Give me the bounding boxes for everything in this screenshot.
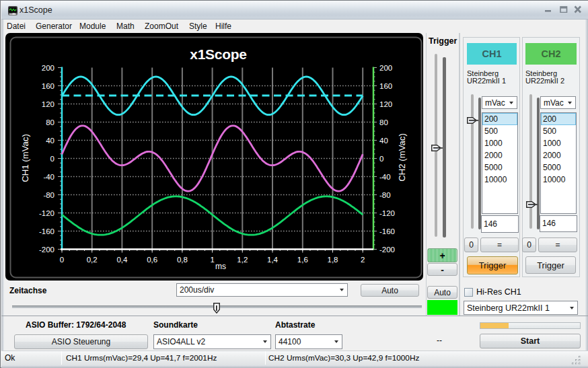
svg-text:x1Scope: x1Scope — [190, 46, 246, 62]
svg-text:-120: -120 — [39, 209, 54, 217]
svg-text:1,2: 1,2 — [237, 256, 248, 264]
svg-text:0: 0 — [60, 256, 64, 264]
svg-text:-80: -80 — [379, 191, 391, 199]
svg-text:40: 40 — [379, 137, 388, 145]
svg-text:-120: -120 — [379, 209, 395, 217]
svg-text:1,8: 1,8 — [328, 256, 338, 264]
svg-text:80: 80 — [379, 118, 388, 126]
svg-text:0: 0 — [50, 155, 54, 163]
svg-text:40: 40 — [46, 137, 54, 145]
svg-text:-40: -40 — [379, 173, 391, 181]
svg-text:120: 120 — [42, 100, 54, 108]
svg-text:0,6: 0,6 — [147, 256, 157, 264]
svg-text:ms: ms — [215, 262, 226, 271]
svg-text:-160: -160 — [379, 227, 395, 235]
svg-text:CH1 (mVac): CH1 (mVac) — [20, 134, 30, 182]
svg-text:2: 2 — [361, 256, 365, 264]
svg-text:120: 120 — [379, 100, 392, 108]
svg-text:80: 80 — [46, 118, 54, 126]
svg-text:0: 0 — [379, 155, 383, 163]
svg-text:1,6: 1,6 — [297, 256, 308, 264]
svg-text:160: 160 — [42, 82, 54, 90]
svg-text:CH2 (mVac): CH2 (mVac) — [397, 133, 407, 182]
svg-text:1,4: 1,4 — [267, 256, 279, 264]
svg-text:200: 200 — [379, 64, 392, 72]
svg-text:200: 200 — [42, 64, 54, 72]
svg-text:0,8: 0,8 — [177, 256, 188, 264]
svg-text:0,4: 0,4 — [116, 256, 128, 264]
svg-text:1: 1 — [210, 256, 214, 264]
svg-text:-200: -200 — [39, 246, 54, 254]
svg-text:-200: -200 — [379, 246, 395, 254]
svg-text:-40: -40 — [43, 173, 54, 181]
svg-text:160: 160 — [379, 82, 392, 90]
svg-text:-80: -80 — [43, 191, 54, 199]
svg-text:0,2: 0,2 — [87, 256, 98, 264]
svg-text:-160: -160 — [39, 227, 54, 235]
